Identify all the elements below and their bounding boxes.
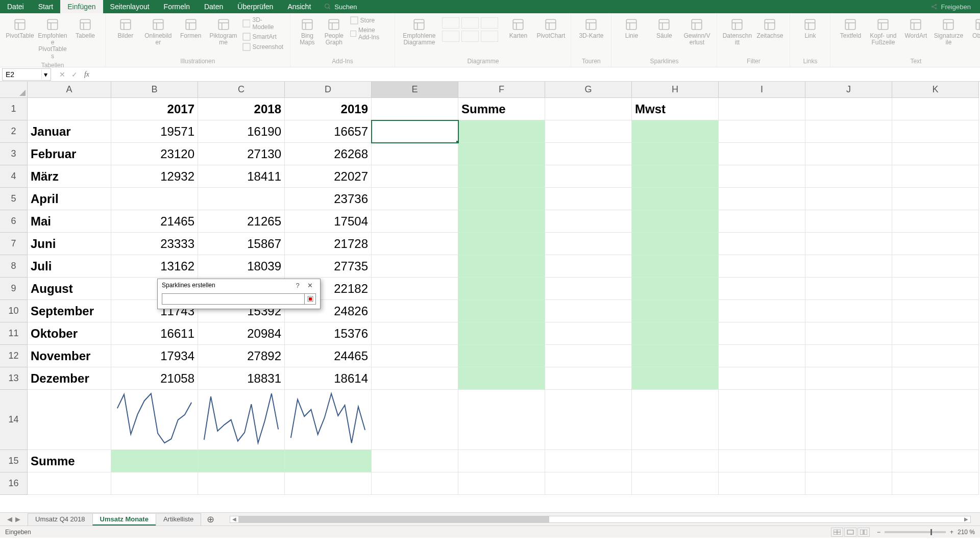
cell-I8[interactable]: [719, 255, 805, 278]
menu-tab-einfügen[interactable]: Einfügen: [60, 0, 103, 13]
cell-E11[interactable]: [372, 322, 458, 345]
spreadsheet-grid[interactable]: ABCDEFGHIJK 12345678910111213141516 2017…: [0, 82, 980, 512]
ribbon-btn-linie[interactable]: Linie: [616, 15, 647, 41]
cell-K10[interactable]: [892, 300, 979, 322]
menu-tab-überprüfen[interactable]: Überprüfen: [230, 0, 280, 13]
cell-E16[interactable]: [372, 472, 458, 495]
cell-G7[interactable]: [545, 233, 632, 255]
cell-I3[interactable]: [719, 143, 805, 165]
horizontal-scrollbar[interactable]: ◀ ▶: [230, 516, 971, 523]
ribbon-btn-textfeld[interactable]: Textfeld: [835, 15, 866, 41]
column-header-J[interactable]: J: [805, 82, 892, 98]
row-header-3[interactable]: 3: [0, 143, 28, 165]
ribbon-btn-screenshot[interactable]: Screenshot: [240, 42, 286, 52]
sheet-tab-umsatz-monate[interactable]: Umsatz Monate: [92, 513, 156, 525]
formula-input[interactable]: [99, 69, 980, 80]
cell-K15[interactable]: [892, 450, 979, 472]
cell-C14[interactable]: [198, 390, 285, 450]
fx-icon[interactable]: fx: [83, 70, 91, 79]
ribbon-btn-3d-modelle[interactable]: 3D-Modelle: [240, 15, 286, 32]
column-header-K[interactable]: K: [892, 82, 979, 98]
column-header-D[interactable]: D: [285, 82, 372, 98]
dialog-close-button[interactable]: ✕: [304, 282, 316, 289]
cell-G12[interactable]: [545, 345, 632, 367]
row-header-8[interactable]: 8: [0, 255, 28, 278]
cell-I1[interactable]: [719, 98, 805, 120]
view-page-break-button[interactable]: [857, 528, 870, 537]
ribbon-btn-signaturzeile[interactable]: Signaturzeile: [933, 15, 964, 48]
cell-E5[interactable]: [372, 188, 458, 210]
column-header-E[interactable]: E: [372, 82, 458, 98]
cell-F7[interactable]: [458, 233, 545, 255]
dialog-range-input[interactable]: [162, 293, 305, 305]
cell-I11[interactable]: [719, 322, 805, 345]
dialog-help-button[interactable]: ?: [291, 282, 304, 289]
cell-K11[interactable]: [892, 322, 979, 345]
cell-H1[interactable]: Mwst: [632, 98, 719, 120]
cell-G3[interactable]: [545, 143, 632, 165]
ribbon-btn-people-graph[interactable]: People Graph: [321, 15, 347, 48]
cell-E4[interactable]: [372, 165, 458, 188]
cell-G11[interactable]: [545, 322, 632, 345]
cell-B8[interactable]: 13162: [111, 255, 198, 278]
cell-C5[interactable]: [198, 188, 285, 210]
cell-G14[interactable]: [545, 390, 632, 450]
cell-E7[interactable]: [372, 233, 458, 255]
cell-A2[interactable]: Januar: [28, 120, 111, 143]
cell-A13[interactable]: Dezember: [28, 367, 111, 390]
cell-A12[interactable]: November: [28, 345, 111, 367]
cell-A16[interactable]: [28, 472, 111, 495]
ribbon-btn-3d-karte[interactable]: 3D-Karte: [575, 15, 607, 41]
row-header-13[interactable]: 13: [0, 367, 28, 390]
cell-F2[interactable]: [458, 120, 545, 143]
column-header-G[interactable]: G: [545, 82, 632, 98]
cell-K9[interactable]: [892, 278, 979, 300]
cell-F16[interactable]: [458, 472, 545, 495]
row-header-5[interactable]: 5: [0, 188, 28, 210]
column-header-A[interactable]: A: [28, 82, 111, 98]
ribbon-btn-formen[interactable]: Formen: [175, 15, 207, 41]
cell-F11[interactable]: [458, 322, 545, 345]
cell-D4[interactable]: 22027: [285, 165, 372, 188]
ribbon-btn-gewinn-verlust[interactable]: Gewinn/Verlust: [681, 15, 713, 48]
column-header-H[interactable]: H: [632, 82, 719, 98]
ribbon-btn-bing-maps[interactable]: Bing Maps: [295, 15, 320, 48]
row-header-15[interactable]: 15: [0, 450, 28, 472]
sheet-nav-prev-icon[interactable]: ◀: [7, 515, 12, 523]
cell-B6[interactable]: 21465: [111, 210, 198, 233]
sheet-nav-next-icon[interactable]: ▶: [15, 515, 20, 523]
ribbon-btn-datenschnitt[interactable]: Datenschnitt: [721, 15, 753, 48]
ribbon-btn-wordart[interactable]: WordArt: [900, 15, 932, 41]
cell-I4[interactable]: [719, 165, 805, 188]
cell-H2[interactable]: [632, 120, 719, 143]
zoom-out-icon[interactable]: −: [877, 529, 880, 536]
ribbon-btn-meine-add-ins[interactable]: Meine Add-Ins: [348, 26, 391, 42]
accept-formula-icon[interactable]: ✓: [70, 70, 79, 79]
cell-C6[interactable]: 21265: [198, 210, 285, 233]
cell-D1[interactable]: 2019: [285, 98, 372, 120]
cell-C7[interactable]: 15867: [198, 233, 285, 255]
cell-E9[interactable]: [372, 278, 458, 300]
scroll-right-icon[interactable]: ▶: [962, 516, 970, 522]
column-header-I[interactable]: I: [719, 82, 805, 98]
cell-F8[interactable]: [458, 255, 545, 278]
cell-G8[interactable]: [545, 255, 632, 278]
cell-J11[interactable]: [805, 322, 892, 345]
cell-B4[interactable]: 12932: [111, 165, 198, 188]
cell-F13[interactable]: [458, 367, 545, 390]
cell-D16[interactable]: [285, 472, 372, 495]
cell-H6[interactable]: [632, 210, 719, 233]
ribbon-btn-tabelle[interactable]: Tabelle: [69, 15, 101, 41]
cell-B3[interactable]: 23120: [111, 143, 198, 165]
ribbon-btn-kopf-und-fu-zeile[interactable]: Kopf- und Fußzeile: [867, 15, 899, 48]
row-header-6[interactable]: 6: [0, 210, 28, 233]
cell-K4[interactable]: [892, 165, 979, 188]
cell-B12[interactable]: 17934: [111, 345, 198, 367]
cell-B13[interactable]: 21058: [111, 367, 198, 390]
cell-E8[interactable]: [372, 255, 458, 278]
cell-D7[interactable]: 21728: [285, 233, 372, 255]
cell-J5[interactable]: [805, 188, 892, 210]
cell-J10[interactable]: [805, 300, 892, 322]
cell-A9[interactable]: August: [28, 278, 111, 300]
cell-I15[interactable]: [719, 450, 805, 472]
